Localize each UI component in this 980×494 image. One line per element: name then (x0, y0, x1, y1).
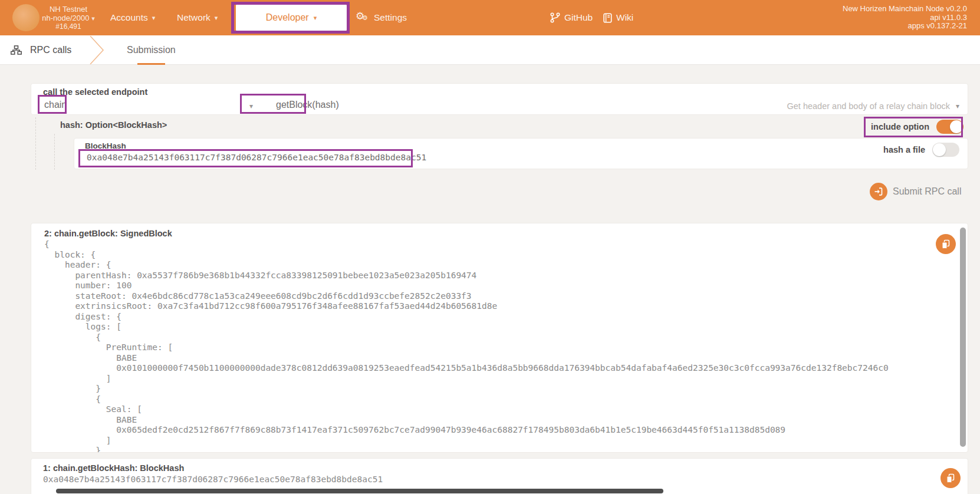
section-select[interactable]: chain (44, 100, 67, 110)
method-select[interactable]: getBlock(hash) (245, 100, 599, 110)
hash-file-control: hash a file (883, 143, 959, 157)
submit-rpc-button[interactable]: Submit RPC call (870, 183, 961, 200)
nav-developer[interactable]: Developer ▾ (236, 4, 347, 31)
gears-icon: ⚙ ⚙ (356, 11, 370, 24)
node-name: nh-node/2000 (42, 14, 89, 22)
breadcrumb-chevron-icon (88, 36, 105, 64)
chain-selector[interactable]: NH Testnet nh-node/2000 ▾ #16,491 (38, 5, 99, 31)
copy-button[interactable] (940, 468, 961, 488)
horizontal-scrollbar-thumb[interactable] (56, 489, 663, 493)
endpoint-form-card: call the selected endpoint chain ▾ getBl… (31, 83, 968, 115)
include-option-control: include option (871, 120, 963, 134)
chain-name: NH Testnet (38, 5, 99, 14)
result-title: 1: chain.getBlockHash: BlockHash (43, 463, 184, 473)
chevron-down-icon: ▾ (152, 14, 156, 22)
copy-icon (946, 473, 955, 483)
tree-guide-line (54, 134, 55, 170)
result-title: 2: chain.getBlock: SignedBlock (44, 229, 172, 238)
chevron-down-icon: ▾ (314, 14, 317, 22)
submit-label: Submit RPC call (893, 186, 961, 197)
chevron-down-icon: ▾ (215, 14, 218, 22)
result-hash-output: 0xa048e7b4a25143f063117c7f387d06287c7966… (43, 475, 383, 485)
hash-file-toggle[interactable] (932, 143, 959, 157)
sitemap-icon (11, 45, 22, 55)
apps-version: apps v0.137.2-21 (843, 22, 967, 31)
toggle-knob (933, 143, 946, 156)
include-option-label: include option (871, 122, 929, 131)
best-block-number: #16,491 (38, 22, 99, 31)
method-description[interactable]: Get header and body of a relay chain blo… (787, 101, 959, 111)
blockhash-param-card: BlockHash 0xa048e7b4a25143f063117c7f387d… (74, 138, 968, 169)
active-tab-indicator (137, 63, 165, 65)
tab-submission[interactable]: Submission (127, 35, 176, 65)
nav-accounts[interactable]: Accounts ▾ (110, 0, 155, 35)
nav-settings[interactable]: ⚙ ⚙ Settings (356, 0, 407, 35)
sign-in-icon (870, 183, 887, 200)
chevron-down-icon: ▾ (91, 15, 95, 22)
version-info: New Horizen Mainchain Node v0.2.0 api v1… (843, 5, 967, 31)
book-icon (603, 13, 612, 23)
git-branch-icon (550, 12, 560, 23)
top-navbar: NH Testnet nh-node/2000 ▾ #16,491 Accoun… (0, 0, 980, 35)
endpoint-label: call the selected endpoint (43, 87, 147, 97)
blockhash-label: BlockHash (85, 141, 126, 150)
nav-network[interactable]: Network ▾ (177, 0, 218, 35)
include-option-toggle[interactable] (936, 120, 963, 134)
blockhash-input[interactable]: 0xa048e7b4a25143f063117c7f387d06287c7966… (87, 153, 426, 162)
link-github[interactable]: GitHub (550, 0, 593, 35)
result-json-output: { block: { header: { parentHash: 0xa5537… (44, 239, 889, 453)
chain-avatar[interactable] (12, 4, 40, 31)
result-panel-getblock: 2: chain.getBlock: SignedBlock { block: … (31, 223, 968, 453)
node-version: New Horizen Mainchain Node v0.2.0 (843, 5, 967, 14)
copy-icon (941, 239, 951, 249)
vertical-scrollbar-thumb[interactable] (960, 228, 966, 447)
api-version: api v11.0.3 (843, 14, 967, 22)
chevron-down-icon: ▾ (956, 102, 959, 110)
param-label: hash: Option<BlockHash> (60, 120, 167, 130)
section-title-rpc-calls: RPC calls (11, 35, 71, 65)
toggle-knob (950, 120, 963, 133)
copy-button[interactable] (936, 234, 956, 254)
link-wiki[interactable]: Wiki (603, 0, 633, 35)
tree-guide-line (35, 117, 36, 170)
tab-bar: RPC calls Submission (0, 35, 980, 65)
hash-file-label: hash a file (883, 145, 925, 154)
